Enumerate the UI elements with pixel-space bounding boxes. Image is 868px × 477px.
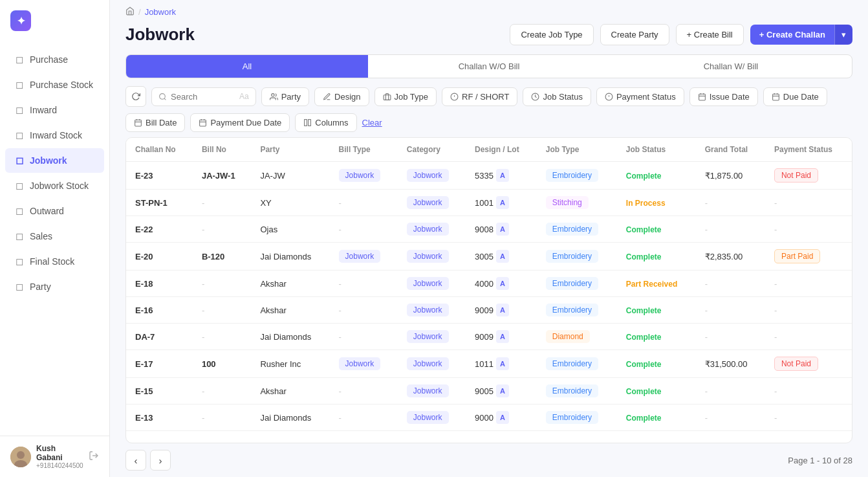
table-row[interactable]: E-15-Akshar-Jobwork9005AEmbroideryComple…	[126, 378, 852, 405]
app-logo-icon: ✦	[10, 10, 31, 31]
pagination-nav: ‹ ›	[125, 450, 171, 471]
job-type-filter[interactable]: Job Type	[374, 87, 437, 106]
logout-icon[interactable]	[89, 450, 99, 463]
user-phone: +918140244500	[36, 462, 83, 469]
columns-filter-icon	[303, 118, 312, 127]
party-filter-label: Party	[281, 92, 301, 102]
cell-job-type: Embroidery	[537, 350, 617, 378]
cell-challan-no: E-22	[126, 216, 193, 243]
page-header: Jobwork Create Job Type Create Party + C…	[110, 20, 868, 54]
table-row[interactable]: E-23JA-JW-1JA-JWJobworkJobwork5335AEmbro…	[126, 162, 852, 190]
cell-payment-status: Part Paid	[765, 243, 852, 271]
table-row[interactable]: E-18-Akshar-Jobwork4000AEmbroideryPart R…	[126, 271, 852, 297]
prev-page-button[interactable]: ‹	[125, 450, 146, 471]
cell-design-lot: 5335A	[466, 162, 537, 190]
cell-job-status: Complete	[617, 216, 696, 243]
cell-design-lot: 9008A	[466, 216, 537, 243]
cell-grand-total: -	[696, 190, 765, 216]
party-icon: ◻	[16, 281, 23, 293]
cell-grand-total: ₹2,835.00	[696, 243, 765, 271]
table-row[interactable]: E-16-Akshar-Jobwork9009AEmbroideryComple…	[126, 297, 852, 324]
payment-status-filter-label: Payment Status	[616, 92, 676, 102]
due-date-filter[interactable]: Due Date	[763, 87, 827, 106]
tab-challan-wo-bill[interactable]: Challan W/O Bill	[368, 55, 610, 78]
cell-challan-no: E-16	[126, 297, 193, 324]
table-row[interactable]: E-13-Jai Diamonds-Jobwork9000AEmbroidery…	[126, 405, 852, 431]
create-challan-split-button: + Create Challan ▾	[750, 25, 852, 45]
home-icon[interactable]	[125, 6, 135, 17]
table-row[interactable]: E-20B-120Jai DiamondsJobworkJobwork3005A…	[126, 243, 852, 271]
cell-payment-status: -	[765, 324, 852, 350]
rf-short-filter[interactable]: RF / SHORT	[442, 87, 517, 106]
clear-filters-button[interactable]: Clear	[362, 118, 382, 128]
cell-bill-no: -	[193, 216, 252, 243]
search-input[interactable]	[171, 92, 235, 102]
payment-due-date-filter[interactable]: Payment Due Date	[190, 113, 290, 132]
party-filter[interactable]: Party	[261, 87, 309, 106]
cell-job-type: Embroidery	[537, 297, 617, 324]
main-content: / Jobwork Jobwork Create Job Type Create…	[110, 0, 868, 477]
cell-bill-no: JA-JW-1	[193, 162, 252, 190]
sidebar-item-purchase-stock[interactable]: ◻ Purchase Stock	[5, 72, 104, 97]
cell-party: Akshar	[251, 378, 329, 405]
header-actions: Create Job Type Create Party + Create Bi…	[510, 24, 852, 45]
sidebar-item-inward[interactable]: ◻ Inward	[5, 98, 104, 122]
create-challan-dropdown[interactable]: ▾	[834, 25, 852, 45]
table-row[interactable]: DA-7-Jai Diamonds-Jobwork9009ADiamondCom…	[126, 324, 852, 350]
cell-party: Ojas	[251, 216, 329, 243]
payment-status-filter[interactable]: Payment Status	[596, 87, 684, 106]
refresh-button[interactable]	[125, 86, 146, 107]
next-page-button[interactable]: ›	[150, 450, 171, 471]
design-filter[interactable]: Design	[314, 87, 369, 106]
sidebar-item-label: Purchase	[30, 54, 68, 65]
issue-date-filter-icon	[698, 93, 706, 101]
sidebar-item-label: Inward	[30, 105, 57, 115]
create-party-button[interactable]: Create Party	[600, 24, 669, 45]
cell-grand-total: -	[696, 271, 765, 297]
cell-job-type: Embroidery	[537, 271, 617, 297]
sidebar-item-jobwork-stock[interactable]: ◻ Jobwork Stock	[5, 173, 104, 198]
breadcrumb-current: Jobwork	[145, 7, 176, 17]
svg-rect-19	[772, 94, 779, 100]
sidebar-item-party[interactable]: ◻ Party	[5, 274, 104, 299]
search-filter[interactable]: Aa	[151, 87, 256, 106]
table-row[interactable]: E-17100Rusher IncJobworkJobwork1011AEmbr…	[126, 350, 852, 378]
cell-payment-status: -	[765, 216, 852, 243]
outward-icon: ◻	[16, 205, 23, 217]
tabs: All Challan W/O Bill Challan W/ Bill	[125, 54, 852, 78]
bill-date-filter-label: Bill Date	[146, 118, 177, 128]
tab-challan-w-bill[interactable]: Challan W/ Bill	[610, 55, 852, 78]
columns-filter[interactable]: Columns	[295, 113, 356, 132]
cell-payment-status: -	[765, 297, 852, 324]
job-status-filter[interactable]: Job Status	[523, 87, 591, 106]
svg-rect-31	[305, 120, 307, 126]
job-type-filter-icon	[383, 93, 391, 101]
tab-all[interactable]: All	[126, 55, 368, 78]
sidebar-item-final-stock[interactable]: ◻ Final Stock	[5, 249, 104, 274]
payment-due-date-filter-label: Payment Due Date	[210, 118, 281, 128]
sidebar-item-inward-stock[interactable]: ◻ Inward Stock	[5, 123, 104, 148]
filters-row1: Aa Party Design Job Type RF / SHORT Job …	[110, 78, 868, 111]
table-row[interactable]: E-22-Ojas-Jobwork9008AEmbroideryComplete…	[126, 216, 852, 243]
sidebar-item-label: Purchase Stock	[30, 80, 93, 90]
create-challan-button[interactable]: + Create Challan	[750, 25, 834, 45]
sidebar-item-jobwork[interactable]: ◻ Jobwork	[5, 148, 104, 173]
create-job-type-button[interactable]: Create Job Type	[510, 24, 593, 45]
cell-bill-type: -	[330, 324, 398, 350]
bill-date-filter[interactable]: Bill Date	[125, 113, 185, 132]
cell-bill-type: -	[330, 405, 398, 431]
table-row[interactable]: ST-PN-1-XY-Jobwork1001AStitchingIn Proce…	[126, 190, 852, 216]
svg-rect-7	[384, 94, 391, 100]
create-bill-button[interactable]: + Create Bill	[676, 24, 744, 45]
due-date-filter-label: Due Date	[783, 92, 819, 102]
sidebar-item-purchase[interactable]: ◻ Purchase	[5, 47, 104, 72]
sidebar-item-label: Final Stock	[30, 256, 74, 267]
issue-date-filter[interactable]: Issue Date	[689, 87, 758, 106]
cell-party: Akshar	[251, 271, 329, 297]
sidebar-item-sales[interactable]: ◻ Sales	[5, 224, 104, 249]
cell-bill-type: -	[330, 190, 398, 216]
cell-bill-type: Jobwork	[330, 243, 398, 271]
sidebar-item-outward[interactable]: ◻ Outward	[5, 199, 104, 223]
cell-challan-no: ST-PN-1	[126, 190, 193, 216]
payment-status-filter-icon	[605, 93, 613, 101]
